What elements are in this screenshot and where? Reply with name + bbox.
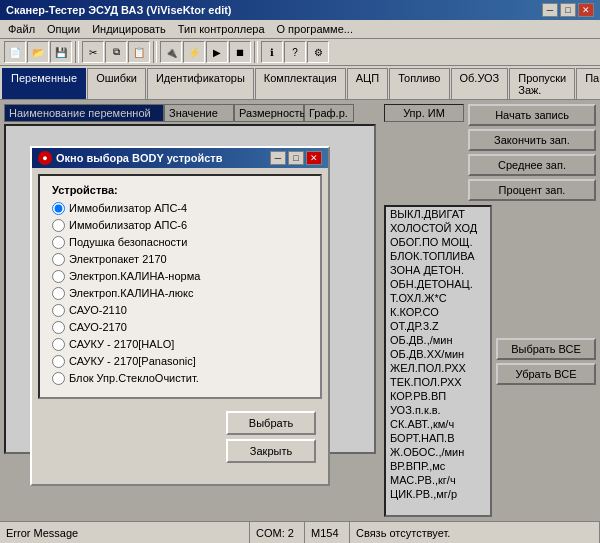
menu-indicate[interactable]: Индицировать: [86, 21, 172, 37]
tb-sep-2: [153, 41, 157, 63]
tb-disconnect-button[interactable]: ⚡: [183, 41, 205, 63]
tb-stop-button[interactable]: ⏹: [229, 41, 251, 63]
modal-close-action-button[interactable]: Закрыть: [226, 439, 316, 463]
status-error: Error Message: [0, 522, 250, 543]
modal-device-radio[interactable]: [52, 270, 65, 283]
tb-extra-button[interactable]: ⚙: [307, 41, 329, 63]
modal-device-radio[interactable]: [52, 287, 65, 300]
modal-device-label: Подушка безопасности: [69, 236, 187, 248]
modal-device-item[interactable]: Подушка безопасности: [52, 236, 308, 249]
tab-params[interactable]: Парам.Эксп.: [576, 68, 600, 99]
modal-device-item[interactable]: САУО-2110: [52, 304, 308, 317]
window-controls: ─ □ ✕: [542, 3, 594, 17]
modal-device-label: Иммобилизатор АПС-6: [69, 219, 187, 231]
modal-minimize-button[interactable]: ─: [270, 151, 286, 165]
modal-app-icon: ●: [38, 151, 52, 165]
modal-radio-list: Иммобилизатор АПС-4Иммобилизатор АПС-6По…: [52, 202, 308, 385]
modal-device-item[interactable]: САУКУ - 2170[HALO]: [52, 338, 308, 351]
close-button[interactable]: ✕: [578, 3, 594, 17]
title-bar: Сканер-Тестер ЭСУД ВАЗ (ViViseKtor edit)…: [0, 0, 600, 20]
menu-file[interactable]: Файл: [2, 21, 41, 37]
menu-about[interactable]: О программе...: [271, 21, 359, 37]
tab-acp[interactable]: АЦП: [347, 68, 388, 99]
modal-device-item[interactable]: Электроп.КАЛИНА-люкс: [52, 287, 308, 300]
modal-device-radio[interactable]: [52, 355, 65, 368]
tb-info-button[interactable]: ℹ: [261, 41, 283, 63]
modal-title-text: ● Окно выбора BODY устройств: [38, 151, 223, 165]
modal-footer: Выбрать Закрыть: [32, 405, 328, 469]
modal-device-item[interactable]: САУО-2170: [52, 321, 308, 334]
status-mode: M154: [305, 522, 350, 543]
modal-device-label: САУО-2170: [69, 321, 127, 333]
tb-copy-button[interactable]: ⧉: [105, 41, 127, 63]
modal-device-radio[interactable]: [52, 321, 65, 334]
tb-connect-button[interactable]: 🔌: [160, 41, 182, 63]
modal-device-radio[interactable]: [52, 372, 65, 385]
menu-bar: Файл Опции Индицировать Тип контроллера …: [0, 20, 600, 39]
minimize-button[interactable]: ─: [542, 3, 558, 17]
modal-close-button[interactable]: ✕: [306, 151, 322, 165]
modal-device-label: Блок Упр.СтеклоОчистит.: [69, 372, 199, 384]
modal-select-button[interactable]: Выбрать: [226, 411, 316, 435]
modal-body: Устройства: Иммобилизатор АПС-4Иммобилиз…: [38, 174, 322, 399]
tab-fuel[interactable]: Топливо: [389, 68, 449, 99]
modal-device-item[interactable]: Электроп.КАЛИНА-норма: [52, 270, 308, 283]
modal-device-item[interactable]: САУКУ - 2170[Panasonic]: [52, 355, 308, 368]
tb-open-button[interactable]: 📂: [27, 41, 49, 63]
tab-equipment[interactable]: Комплектация: [255, 68, 346, 99]
tabs-row: Переменные Ошибки Идентификаторы Комплек…: [0, 66, 600, 100]
modal-title-label: Окно выбора BODY устройств: [56, 152, 223, 164]
menu-controller-type[interactable]: Тип контроллера: [172, 21, 271, 37]
tb-sep-1: [75, 41, 79, 63]
modal-overlay: ● Окно выбора BODY устройств ─ □ ✕ Устро…: [0, 100, 600, 521]
tab-identifiers[interactable]: Идентификаторы: [147, 68, 254, 99]
modal-device-label: Электроп.КАЛИНА-люкс: [69, 287, 193, 299]
modal-device-radio[interactable]: [52, 338, 65, 351]
status-bar: Error Message COM: 2 M154 Связь отсутств…: [0, 521, 600, 543]
tb-paste-button[interactable]: 📋: [128, 41, 150, 63]
modal-device-radio[interactable]: [52, 236, 65, 249]
modal-device-radio[interactable]: [52, 304, 65, 317]
modal-device-radio[interactable]: [52, 202, 65, 215]
tab-variables[interactable]: Переменные: [2, 68, 86, 99]
tab-errors[interactable]: Ошибки: [87, 68, 146, 99]
tb-run-button[interactable]: ▶: [206, 41, 228, 63]
modal-device-label: Электропакет 2170: [69, 253, 167, 265]
tb-new-button[interactable]: 📄: [4, 41, 26, 63]
modal-device-item[interactable]: Иммобилизатор АПС-6: [52, 219, 308, 232]
maximize-button[interactable]: □: [560, 3, 576, 17]
main-content: Наименование переменной Значение Размерн…: [0, 100, 600, 521]
modal-device-item[interactable]: Электропакет 2170: [52, 253, 308, 266]
modal-controls: ─ □ ✕: [270, 151, 322, 165]
modal-title-bar: ● Окно выбора BODY устройств ─ □ ✕: [32, 148, 328, 168]
modal-device-item[interactable]: Блок Упр.СтеклоОчистит.: [52, 372, 308, 385]
modal-device-item[interactable]: Иммобилизатор АПС-4: [52, 202, 308, 215]
menu-options[interactable]: Опции: [41, 21, 86, 37]
modal-device-radio[interactable]: [52, 219, 65, 232]
tab-skips[interactable]: Пропуски Заж.: [509, 68, 575, 99]
modal-device-radio[interactable]: [52, 253, 65, 266]
modal-maximize-button[interactable]: □: [288, 151, 304, 165]
modal-device-label: САУО-2110: [69, 304, 127, 316]
window-title: Сканер-Тестер ЭСУД ВАЗ (ViViseKtor edit): [6, 4, 232, 16]
tb-save-button[interactable]: 💾: [50, 41, 72, 63]
modal-device-label: Иммобилизатор АПС-4: [69, 202, 187, 214]
modal-device-label: Электроп.КАЛИНА-норма: [69, 270, 200, 282]
tb-cut-button[interactable]: ✂: [82, 41, 104, 63]
status-connection: Связь отсутствует.: [350, 522, 600, 543]
modal-window: ● Окно выбора BODY устройств ─ □ ✕ Устро…: [30, 146, 330, 486]
status-com: COM: 2: [250, 522, 305, 543]
modal-device-label: САУКУ - 2170[Panasonic]: [69, 355, 196, 367]
tab-ob-uoz[interactable]: Об.УОЗ: [451, 68, 509, 99]
tb-help-button[interactable]: ?: [284, 41, 306, 63]
tb-sep-3: [254, 41, 258, 63]
modal-devices-label: Устройства:: [52, 184, 308, 196]
modal-device-label: САУКУ - 2170[HALO]: [69, 338, 174, 350]
toolbar: 📄 📂 💾 ✂ ⧉ 📋 🔌 ⚡ ▶ ⏹ ℹ ? ⚙: [0, 39, 600, 66]
